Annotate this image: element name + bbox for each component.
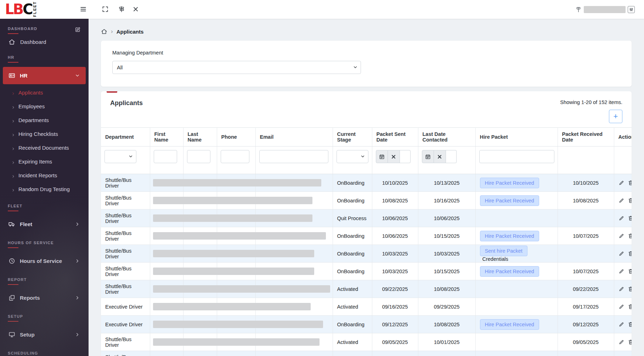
column-header-email[interactable]: Email — [255, 128, 333, 147]
filter-contacted-date-input[interactable] — [446, 150, 457, 163]
filter-cell-email — [255, 147, 333, 174]
edit-row-button[interactable] — [618, 197, 625, 203]
cell-hire-packet — [475, 333, 558, 351]
sidebar-item-setup[interactable]: Setup — [3, 326, 86, 343]
redaction-bar — [153, 268, 314, 275]
filter-sent-date-input[interactable] — [400, 150, 411, 163]
table-row: Shuttle/Bus DriverActivated09/03/202510/… — [101, 351, 632, 356]
column-header-current-stage[interactable]: Current Stage — [333, 128, 372, 147]
cell-packet-received-date: 09/17/2025 — [558, 298, 614, 316]
edit-row-button[interactable] — [618, 215, 625, 221]
column-header-phone[interactable]: Phone — [217, 128, 255, 147]
packet-note: Credentials — [482, 256, 508, 262]
edit-dashboard-icon[interactable] — [75, 27, 81, 33]
edit-row-button[interactable] — [618, 339, 625, 345]
sidebar: DASHBOARDDashboardHRHRApplicantsEmployee… — [0, 19, 89, 356]
add-applicant-button[interactable]: + — [609, 110, 622, 123]
sidebar-item-departments[interactable]: Departments — [0, 113, 89, 127]
close-icon[interactable] — [131, 5, 140, 14]
cell-redacted-personal-info — [150, 351, 183, 356]
column-header-actions[interactable]: Actions — [614, 128, 632, 147]
delete-row-button[interactable] — [628, 304, 632, 310]
cell-department: Shuttle/Bus Driver — [101, 351, 150, 356]
sidebar-item-label: Reports — [20, 295, 40, 301]
edit-row-button[interactable] — [618, 286, 625, 292]
grid-summary: Showing 1-20 of 152 items. — [560, 99, 622, 105]
filter-department-select[interactable] — [104, 150, 136, 163]
sidebar-item-fleet[interactable]: Fleet — [3, 216, 86, 233]
sidebar-item-hours-of-service[interactable]: Hours of Service — [3, 252, 86, 270]
sidebar-section-label: SCHEDULING — [8, 351, 38, 356]
sidebar-section-label: FLEET — [8, 204, 22, 211]
user-name-redacted[interactable] — [584, 6, 626, 13]
edit-row-button[interactable] — [618, 268, 625, 274]
delete-row-button[interactable] — [628, 268, 632, 274]
cell-packet-sent-date: 09/12/2025 — [372, 316, 418, 333]
filter-first-input[interactable] — [154, 150, 177, 163]
column-header-last-date-contacted[interactable]: Last Date Contacted — [418, 128, 475, 147]
column-header-packet-sent-date[interactable]: Packet Sent Date — [372, 128, 418, 147]
filter-stage-select[interactable] — [337, 150, 368, 163]
delete-row-button[interactable] — [628, 251, 632, 257]
fullscreen-icon[interactable] — [101, 5, 110, 14]
hire-packet-received-button[interactable]: Hire Packet Received — [480, 319, 539, 330]
hire-packet-received-button[interactable]: Hire Packet Received — [480, 178, 539, 188]
sidebar-item-incident-reports[interactable]: Incident Reports — [0, 168, 89, 182]
home-icon[interactable] — [101, 28, 107, 35]
preferences-icon[interactable] — [628, 6, 635, 13]
cell-current-stage: Activated — [333, 333, 372, 351]
breadcrumb: › Applicants — [101, 28, 632, 35]
column-header-packet-received-date[interactable]: Packet Received Date — [558, 128, 614, 147]
cell-redacted-personal-info — [150, 298, 183, 316]
applicants-table: DepartmentFirst NameLast NamePhoneEmailC… — [101, 127, 632, 356]
hire-packet-received-button[interactable]: Hire Packet Received — [480, 266, 539, 277]
delete-row-button[interactable] — [628, 233, 632, 239]
filter-last-input[interactable] — [187, 150, 210, 163]
column-header-first-name[interactable]: First Name — [150, 128, 183, 147]
delete-row-button[interactable] — [628, 321, 632, 327]
edit-row-button[interactable] — [618, 321, 625, 327]
sidebar-item-reports[interactable]: Reports — [3, 289, 86, 306]
column-header-last-name[interactable]: Last Name — [183, 128, 217, 147]
cell-packet-received-date — [558, 245, 614, 263]
filter-packet-input[interactable] — [479, 150, 554, 163]
column-header-hire-packet[interactable]: Hire Packet — [475, 128, 558, 147]
filter-phone-input[interactable] — [221, 150, 249, 163]
signpost-icon[interactable] — [117, 5, 126, 14]
menu-toggle-icon[interactable] — [79, 5, 88, 14]
clear-date-icon[interactable] — [434, 150, 446, 163]
hire-packet-received-button[interactable]: Hire Packet Received — [480, 231, 539, 241]
sidebar-item-dashboard[interactable]: Dashboard — [0, 34, 89, 47]
cell-current-stage: OnBoarding — [333, 316, 372, 333]
sidebar-item-random-drug-testing[interactable]: Random Drug Testing — [0, 182, 89, 196]
calendar-icon[interactable] — [422, 150, 434, 163]
cell-redacted-personal-info — [150, 245, 183, 263]
sidebar-item-received-documents[interactable]: Received Documents — [0, 141, 89, 155]
sidebar-item-hr[interactable]: HR — [3, 67, 86, 84]
edit-row-button[interactable] — [618, 233, 625, 239]
calendar-icon[interactable] — [376, 150, 388, 163]
delete-row-button[interactable] — [628, 215, 632, 221]
filter-cell-received — [558, 147, 614, 174]
managing-department-select[interactable]: All — [112, 61, 361, 74]
delete-row-button[interactable] — [628, 197, 632, 203]
delete-row-button[interactable] — [628, 339, 632, 345]
filter-email-input[interactable] — [259, 150, 328, 163]
sidebar-item-label: Departments — [18, 117, 49, 123]
delete-row-button[interactable] — [628, 180, 632, 186]
sent-hire-packet-button[interactable]: Sent hire Packet — [480, 246, 527, 256]
delete-row-button[interactable] — [628, 286, 632, 292]
sidebar-item-applicants[interactable]: Applicants — [0, 86, 89, 99]
clear-date-icon[interactable] — [388, 150, 400, 163]
edit-row-button[interactable] — [618, 180, 625, 186]
sidebar-item-employees[interactable]: Employees — [0, 99, 89, 113]
sidebar-item-hiring-checklists[interactable]: Hiring Checklists — [0, 127, 89, 141]
hire-packet-received-button[interactable]: Hire Packet Received — [480, 195, 539, 206]
cell-last-date-contacted: 10/08/2025 — [418, 280, 475, 298]
redaction-bar — [153, 285, 330, 293]
cell-hire-packet — [475, 280, 558, 298]
column-header-department[interactable]: Department — [101, 128, 150, 147]
sidebar-item-expiring-items[interactable]: Expiring Items — [0, 155, 89, 168]
edit-row-button[interactable] — [618, 251, 625, 257]
edit-row-button[interactable] — [618, 304, 625, 310]
